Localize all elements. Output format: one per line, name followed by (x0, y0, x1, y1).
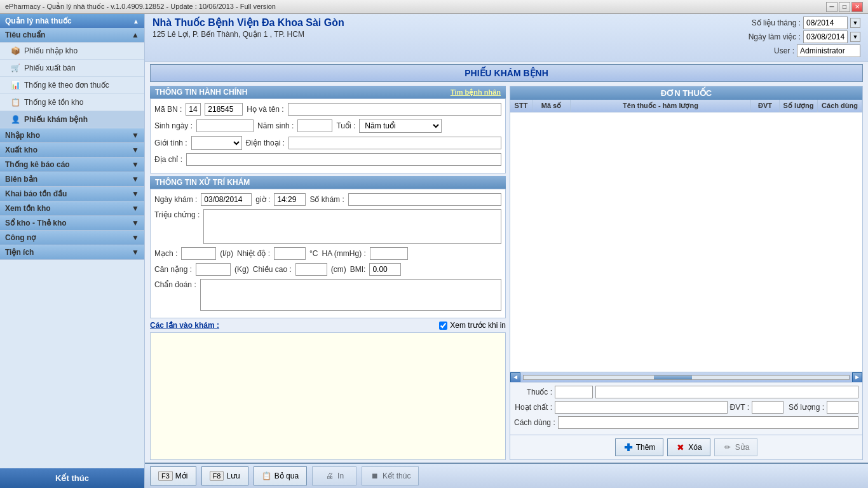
sinhngay-input[interactable] (196, 119, 254, 132)
scroll-right-button[interactable]: ▶ (852, 372, 862, 383)
close-button[interactable]: ✕ (851, 2, 863, 12)
hovaten-input[interactable] (288, 103, 501, 116)
chieucao-input[interactable] (295, 263, 327, 276)
dienthoai-input[interactable] (288, 137, 501, 149)
chandoan-textarea[interactable] (200, 279, 501, 311)
thuoc-row: Thuốc : (514, 386, 858, 398)
mabn-input2[interactable] (205, 103, 243, 116)
f8-key: F8 (210, 471, 224, 481)
history-header: Các lần vào khám : Xem trước khi in (150, 321, 506, 330)
scroll-left-button[interactable]: ◀ (510, 372, 520, 383)
minimize-button[interactable]: ─ (826, 2, 837, 12)
sidebar-nhapkho-arrow: ▼ (132, 131, 139, 140)
scrollbar-track[interactable] (523, 375, 850, 380)
moi-label: Mới (175, 471, 188, 480)
top-info-bar: Nhà Thuốc Bệnh Viện Đa Khoa Sài Gòn 125 … (145, 14, 868, 62)
chandoan-row: Chẩn đoán : (154, 279, 501, 311)
nhietdo-input[interactable] (274, 247, 306, 260)
form-title: PHIẾU KHÁM BỆNH (150, 64, 863, 82)
find-patient-link[interactable]: Tìm bệnh nhân (451, 88, 501, 97)
user-input[interactable] (797, 44, 860, 57)
so-lieu-dropdown-button[interactable]: ▼ (850, 18, 860, 28)
sidebar-section-sokho[interactable]: Sổ kho - Thẻ kho ▼ (0, 216, 144, 231)
sidebar-xuatkho-arrow: ▼ (132, 146, 139, 154)
so-lieu-input[interactable] (803, 17, 848, 29)
pharmacy-info: Nhà Thuốc Bệnh Viện Đa Khoa Sài Gòn 125 … (153, 17, 344, 39)
sidebar-item-thongke-donThuoc[interactable]: 📊 Thống kê theo đơn thuốc (0, 77, 144, 94)
sokham-input[interactable] (348, 193, 501, 206)
in-button[interactable]: 🖨 In (312, 466, 356, 485)
sidebar: Quản lý nhà thuốc ▲ Tiêu chuẩn ▲ 📦 Phiếu… (0, 14, 145, 488)
admin-section: THÔNG TIN HÀNH CHÍNH Tìm bệnh nhân Mã BN… (150, 86, 506, 173)
chieucao-label: Chiều cao : (253, 265, 292, 274)
sidebar-section-tienich[interactable]: Tiện ích ▼ (0, 245, 144, 260)
tuoi-select[interactable]: Năm tuổi Tháng tuổi (359, 119, 442, 133)
xoa-button[interactable]: ✖ Xóa (667, 438, 710, 456)
them-button[interactable]: ✚ Thêm (615, 438, 664, 456)
sidebar-section-tieuchuan[interactable]: Tiêu chuẩn ▲ (0, 28, 144, 43)
xem-truoc-label: Xem trước khi in (450, 321, 506, 330)
cachdung-input[interactable] (558, 416, 858, 429)
gioitinh-select[interactable]: Nam Nữ (191, 136, 242, 150)
sidebar-section-congno[interactable]: Công nợ ▼ (0, 231, 144, 245)
sidebar-item-phieuxuatban[interactable]: 🛒 Phiếu xuất bán (0, 60, 144, 77)
mach-input[interactable] (181, 247, 216, 260)
thuoc-name-input[interactable] (595, 386, 858, 398)
cannang-input[interactable] (196, 263, 231, 276)
so-lieu-row: Số liệu tháng : ▼ (749, 17, 860, 29)
cannang-row: Cân nặng : (Kg) Chiều cao : (cm) BMI: (154, 263, 501, 276)
sidebar-item-phieukhambenh[interactable]: 👤 Phiếu khám bệnh (0, 111, 144, 128)
end-session-button[interactable]: Kết thúc (0, 468, 144, 488)
diachi-input[interactable] (186, 153, 501, 166)
sua-button[interactable]: ✏ Sửa (714, 438, 758, 456)
sidebar-item-label: Phiếu khám bệnh (24, 115, 88, 124)
boqua-button[interactable]: 📋 Bỏ qua (254, 466, 307, 485)
ketthuc-toolbar-button[interactable]: ⏹ Kết thúc (362, 466, 419, 485)
sidebar-section-bienban[interactable]: Biên bản ▼ (0, 172, 144, 187)
namsinh-input[interactable] (297, 119, 332, 132)
luu-button[interactable]: F8 Lưu (201, 466, 248, 485)
form-title-container: PHIẾU KHÁM BỆNH (145, 62, 868, 86)
sidebar-section-bienban-label: Biên bản (5, 175, 37, 184)
sidebar-section-thongke[interactable]: Thống kê báo cáo ▼ (0, 158, 144, 172)
sidebar-section-xemtonkho[interactable]: Xem tồn kho ▼ (0, 201, 144, 216)
bmi-input[interactable] (369, 263, 401, 276)
hoatchat-input[interactable] (555, 401, 728, 414)
ngaykham-input[interactable] (201, 193, 252, 206)
sidebar-section-nhapkho[interactable]: Nhập kho ▼ (0, 128, 144, 143)
moi-button[interactable]: F3 Mới (150, 466, 196, 485)
prescription-scrollbar: ◀ ▶ (510, 372, 862, 382)
scrollbar-thumb (654, 376, 692, 379)
ngay-lam-viec-input[interactable] (803, 30, 848, 43)
xem-truoc-checkbox-label[interactable]: Xem trước khi in (439, 321, 506, 330)
trieuchung-textarea[interactable] (203, 209, 501, 244)
ha-input[interactable] (370, 247, 408, 260)
sidebar-section-xuatkho[interactable]: Xuất kho ▼ (0, 143, 144, 158)
bmi-label: BMI: (350, 265, 366, 274)
xem-truoc-checkbox[interactable] (439, 322, 447, 330)
gio-input[interactable] (274, 193, 306, 206)
box-in-icon: 📦 (10, 46, 20, 56)
dienthoai-label: Điện thoại : (246, 139, 285, 147)
soluong-input[interactable] (827, 401, 858, 414)
sidebar-khaibaotondau-arrow: ▼ (132, 189, 139, 198)
prescription-header: ĐƠN THUỐC (510, 86, 862, 100)
sua-label: Sửa (735, 443, 750, 452)
prescription-table-header: STT Mã số Tên thuốc - hàm lượng ĐVT Số l… (510, 100, 862, 112)
sidebar-section-khaibaotondau[interactable]: Khai báo tồn đầu ▼ (0, 187, 144, 201)
mabn-input1[interactable] (186, 103, 201, 116)
left-panel: THÔNG TIN HÀNH CHÍNH Tìm bệnh nhân Mã BN… (150, 86, 506, 460)
hoatchat-row: Hoạt chất : ĐVT : Số lượng : (514, 401, 858, 414)
in-label: In (337, 471, 344, 480)
ngay-lam-viec-dropdown-button[interactable]: ▼ (850, 32, 860, 42)
mabn-row: Mã BN : Họ và tên : (154, 103, 501, 116)
sidebar-item-phieunhapkho[interactable]: 📦 Phiếu nhập kho (0, 43, 144, 60)
x-icon: ✖ (675, 442, 686, 452)
sidebar-item-thongke-tonkho[interactable]: 📋 Thống kê tồn kho (0, 94, 144, 111)
maximize-button[interactable]: □ (839, 2, 850, 12)
dvt-input[interactable] (752, 401, 783, 414)
sidebar-header[interactable]: Quản lý nhà thuốc ▲ (0, 14, 144, 28)
drug-input-area: Thuốc : Hoạt chất : ĐVT : Số lượng : Các… (510, 382, 862, 435)
thuoc-code-input[interactable] (555, 386, 593, 398)
gio-label: giờ : (255, 195, 270, 204)
